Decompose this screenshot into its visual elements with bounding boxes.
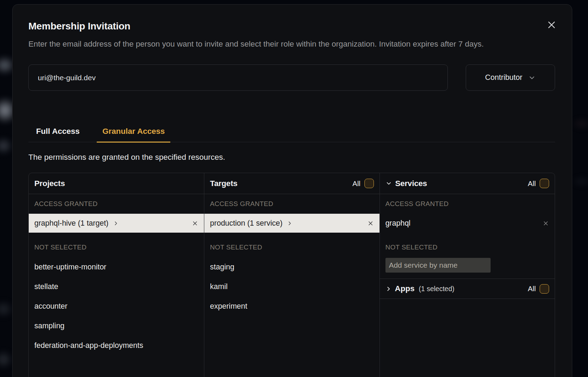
targets-header: Targets All	[204, 173, 379, 194]
x-icon	[367, 220, 374, 227]
membership-invitation-dialog: Membership Invitation Enter the email ad…	[12, 4, 572, 377]
apps-all-label: All	[528, 285, 536, 293]
tab-full-access[interactable]: Full Access	[30, 127, 85, 142]
services-all-control: All	[528, 179, 549, 188]
project-granted-row[interactable]: graphql-hive (1 target)	[29, 214, 204, 233]
apps-all-control: All	[528, 284, 549, 294]
services-all-label: All	[528, 179, 536, 188]
target-item[interactable]: experiment	[204, 296, 379, 316]
services-header-title: Services	[395, 179, 427, 188]
apps-title: Apps	[395, 284, 415, 293]
remove-target-button[interactable]	[367, 220, 374, 227]
projects-column: Projects ACCESS GRANTED graphql-hive (1 …	[29, 173, 204, 377]
service-granted-row[interactable]: graphql	[380, 214, 555, 233]
services-not-selected-label: NOT SELECTED	[380, 238, 555, 257]
chevron-right-icon	[385, 286, 391, 292]
resource-table: Projects ACCESS GRANTED graphql-hive (1 …	[28, 173, 555, 377]
project-item[interactable]: federation-and-app-deployments	[29, 336, 204, 355]
close-button[interactable]	[547, 20, 556, 30]
target-item[interactable]: kamil	[204, 277, 379, 296]
x-icon	[542, 220, 549, 227]
service-granted-name: graphql	[385, 219, 411, 228]
targets-not-selected-label: NOT SELECTED	[204, 238, 379, 257]
services-access-granted-label: ACCESS GRANTED	[380, 194, 555, 214]
x-icon	[192, 220, 198, 227]
target-granted-name: production (1 service)	[210, 219, 282, 228]
email-input[interactable]	[28, 64, 448, 91]
apps-row[interactable]: Apps (1 selected) All	[380, 279, 555, 299]
chevron-down-icon	[528, 74, 536, 82]
projects-header: Projects	[29, 173, 204, 194]
dialog-description: Enter the email address of the person yo…	[28, 37, 531, 50]
role-select-value: Contributor	[485, 73, 522, 82]
target-granted-row[interactable]: production (1 service)	[204, 214, 379, 233]
target-item[interactable]: staging	[204, 257, 379, 277]
targets-all-control: All	[353, 179, 374, 188]
chevron-right-icon	[113, 221, 118, 226]
backdrop-blur-artifact	[0, 301, 13, 317]
projects-not-selected-label: NOT SELECTED	[29, 238, 204, 257]
project-granted-name: graphql-hive (1 target)	[34, 219, 109, 228]
targets-header-title: Targets	[210, 179, 237, 188]
close-icon	[547, 20, 556, 30]
project-item[interactable]: better-uptime-monitor	[29, 257, 204, 277]
dialog-title: Membership Invitation	[28, 21, 555, 32]
services-header[interactable]: Services All	[380, 173, 555, 194]
apps-all-checkbox[interactable]	[540, 284, 549, 294]
project-item[interactable]: sampling	[29, 316, 204, 336]
remove-project-button[interactable]	[192, 220, 198, 227]
role-select[interactable]: Contributor	[466, 64, 555, 91]
targets-all-checkbox[interactable]	[364, 179, 374, 188]
projects-header-title: Projects	[34, 179, 65, 188]
backdrop-blur-artifact	[571, 118, 588, 129]
chevron-down-icon	[385, 180, 392, 187]
projects-access-granted-label: ACCESS GRANTED	[29, 194, 204, 214]
apps-selected-count: (1 selected)	[419, 285, 454, 293]
permissions-note: The permissions are granted on the speci…	[28, 153, 555, 162]
chevron-right-icon	[287, 221, 292, 226]
project-item[interactable]: accounter	[29, 296, 204, 316]
invite-form-row: Contributor	[28, 64, 555, 91]
services-all-checkbox[interactable]	[540, 179, 549, 188]
add-service-row	[380, 257, 555, 279]
tab-granular-access[interactable]: Granular Access	[97, 127, 170, 143]
access-tabs: Full Access Granular Access	[28, 127, 555, 142]
targets-all-label: All	[353, 179, 361, 188]
backdrop-blur-artifact	[0, 137, 13, 154]
targets-column: Targets All ACCESS GRANTED production (1…	[204, 173, 379, 377]
project-item[interactable]: stellate	[29, 277, 204, 296]
remove-service-button[interactable]	[542, 220, 549, 227]
add-service-input[interactable]	[385, 258, 491, 273]
services-column: Services All ACCESS GRANTED graphql NOT …	[380, 173, 555, 377]
backdrop-blur-artifact	[571, 177, 588, 186]
targets-access-granted-label: ACCESS GRANTED	[204, 194, 379, 214]
backdrop-blur-artifact	[0, 350, 13, 369]
